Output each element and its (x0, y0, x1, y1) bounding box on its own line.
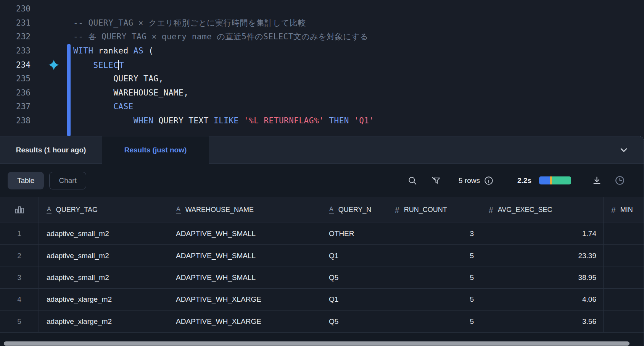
table-cell[interactable]: 5 (387, 267, 481, 288)
row-number[interactable]: 2 (0, 245, 39, 266)
horizontal-scrollbar-thumb[interactable] (4, 341, 630, 346)
table-cell[interactable] (604, 267, 644, 288)
table-cell[interactable]: adaptive_xlarge_m2 (39, 311, 168, 332)
ai-sparkle-icon[interactable] (42, 59, 66, 71)
number-type-icon: # (489, 205, 493, 215)
code-text: WHEN QUERY_TEXT ILIKE '%L_RETURNFLAG%' T… (66, 116, 374, 125)
table-cell[interactable]: 5 (387, 245, 481, 266)
table-cell[interactable]: adaptive_small_m2 (39, 245, 168, 266)
column-label: AVG_EXEC_SEC (498, 206, 552, 214)
table-row: 1adaptive_small_m2ADAPTIVE_WH_SMALLOTHER… (0, 223, 644, 245)
grid-body: 1adaptive_small_m2ADAPTIVE_WH_SMALLOTHER… (0, 223, 644, 333)
line-number: 234 (0, 60, 42, 70)
code-line[interactable]: 230 (0, 2, 644, 16)
collapse-results-icon[interactable] (618, 145, 629, 155)
column-header-min[interactable]: #MIN (604, 197, 644, 223)
column-header-avg_exec_sec[interactable]: #AVG_EXEC_SEC (481, 197, 604, 223)
table-cell[interactable] (604, 245, 644, 266)
tab-results-current[interactable]: Results (just now) (102, 136, 209, 164)
table-cell[interactable] (604, 223, 644, 244)
table-cell[interactable]: 4.06 (481, 289, 604, 310)
table-cell[interactable]: ADAPTIVE_WH_XLARGE (168, 289, 321, 310)
line-number: 230 (0, 4, 42, 13)
results-grid: AQUERY_TAGAWAREHOUSE_NAMEAQUERY_N#RUN_CO… (0, 197, 644, 346)
duration-label: 2.2s (517, 176, 531, 185)
table-cell[interactable]: Q1 (321, 289, 387, 310)
code-line[interactable]: 238 WHEN QUERY_TEXT ILIKE '%L_RETURNFLAG… (0, 114, 644, 128)
table-cell[interactable]: 38.95 (481, 267, 604, 288)
code-text: CASE (66, 102, 134, 111)
search-icon[interactable] (407, 176, 417, 186)
table-cell[interactable]: 3 (387, 223, 481, 244)
row-selector-header[interactable] (0, 197, 39, 223)
view-switch: Table Chart (8, 172, 86, 189)
table-cell[interactable]: Q5 (321, 267, 387, 288)
results-tabstrip: Results (1 hour ago) Results (just now) (0, 136, 644, 164)
table-cell[interactable]: ADAPTIVE_WH_XLARGE (168, 311, 321, 332)
row-count-label: 5 rows (459, 176, 480, 185)
tab-label: Results (1 hour ago) (16, 146, 86, 154)
code-text: QUERY_TAG, (66, 74, 164, 83)
code-line[interactable]: 235 QUERY_TAG, (0, 72, 644, 86)
table-view-button[interactable]: Table (8, 172, 44, 189)
code-line[interactable]: 237 CASE (0, 100, 644, 114)
line-number: 232 (0, 32, 42, 41)
tab-results-previous[interactable]: Results (1 hour ago) (0, 136, 102, 163)
text-type-icon: A (47, 206, 52, 213)
duration-segment-execute (552, 176, 571, 184)
column-header-query_tag[interactable]: AQUERY_TAG (39, 197, 168, 223)
column-label: WAREHOUSE_NAME (185, 206, 254, 214)
code-area[interactable]: 230231-- QUERY_TAG × クエリ種別ごとに実行時間を集計して比較… (0, 0, 644, 128)
code-text: WAREHOUSE_NAME, (66, 88, 188, 97)
line-number: 235 (0, 74, 42, 83)
code-line[interactable]: 234 SELECT (0, 58, 644, 72)
table-cell[interactable]: Q5 (321, 311, 387, 332)
statement-indicator-bar (67, 44, 71, 136)
query-duration-bar (539, 176, 571, 184)
row-number[interactable]: 4 (0, 289, 39, 310)
table-cell[interactable]: adaptive_small_m2 (39, 223, 168, 244)
code-line[interactable]: 231-- QUERY_TAG × クエリ種別ごとに実行時間を集計して比較 (0, 16, 644, 30)
query-history-clock-icon[interactable] (614, 175, 625, 186)
info-icon[interactable] (484, 176, 494, 186)
table-cell[interactable]: Q1 (321, 245, 387, 266)
worksheet-screen: 230231-- QUERY_TAG × クエリ種別ごとに実行時間を集計して比較… (0, 0, 644, 346)
table-cell[interactable]: 5 (387, 311, 481, 332)
results-panel: Results (1 hour ago) Results (just now) … (0, 136, 644, 346)
line-number: 231 (0, 18, 42, 27)
download-icon[interactable] (592, 175, 602, 186)
code-line[interactable]: 232-- 各 QUERY_TAG × query_name の直近5件のSEL… (0, 30, 644, 44)
duration-segment-queued (539, 176, 550, 184)
table-cell[interactable]: 1.74 (481, 223, 604, 244)
row-number[interactable]: 5 (0, 311, 39, 332)
tabstrip-spacer (209, 136, 644, 163)
table-row: 4adaptive_xlarge_m2ADAPTIVE_WH_XLARGEQ15… (0, 289, 644, 310)
row-number[interactable]: 3 (0, 267, 39, 288)
code-line[interactable]: 233WITH ranked AS ( (0, 44, 644, 58)
code-line[interactable]: 236 WAREHOUSE_NAME, (0, 86, 644, 100)
column-header-run_count[interactable]: #RUN_COUNT (387, 197, 481, 223)
column-header-warehouse_name[interactable]: AWAREHOUSE_NAME (168, 197, 321, 223)
table-cell[interactable]: 3.56 (481, 311, 604, 332)
row-number[interactable]: 1 (0, 223, 39, 244)
code-text: WITH ranked AS ( (66, 46, 153, 55)
table-cell[interactable] (604, 311, 644, 332)
sql-editor[interactable]: 230231-- QUERY_TAG × クエリ種別ごとに実行時間を集計して比較… (0, 0, 644, 136)
table-cell[interactable]: 23.39 (481, 245, 604, 266)
table-cell[interactable]: 5 (387, 289, 481, 310)
table-row: 2adaptive_small_m2ADAPTIVE_WH_SMALLQ1523… (0, 245, 644, 267)
table-cell[interactable]: ADAPTIVE_WH_SMALL (168, 267, 321, 288)
line-number: 236 (0, 88, 42, 97)
column-header-query_n[interactable]: AQUERY_N (321, 197, 387, 223)
table-cell[interactable]: adaptive_small_m2 (39, 267, 168, 288)
table-cell[interactable] (604, 289, 644, 310)
chart-view-button[interactable]: Chart (49, 172, 86, 189)
grid-header-row: AQUERY_TAGAWAREHOUSE_NAMEAQUERY_N#RUN_CO… (0, 197, 644, 223)
toolbar-right: 5 rows 2.2s (407, 175, 625, 186)
results-toolbar: Table Chart 5 rows 2.2s (0, 164, 644, 197)
table-cell[interactable]: ADAPTIVE_WH_SMALL (168, 223, 321, 244)
table-cell[interactable]: OTHER (321, 223, 387, 244)
table-cell[interactable]: adaptive_xlarge_m2 (39, 289, 168, 310)
table-cell[interactable]: ADAPTIVE_WH_SMALL (168, 245, 321, 266)
filter-icon[interactable] (431, 176, 441, 186)
